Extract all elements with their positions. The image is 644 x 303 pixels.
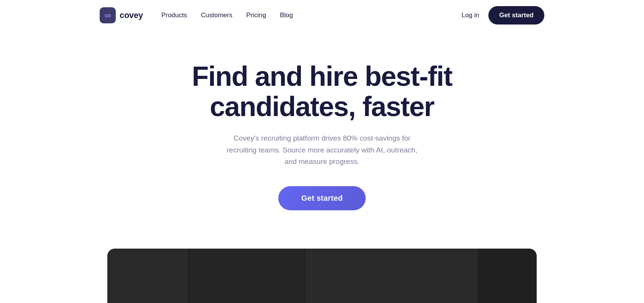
nav-right: Log in Get started — [462, 6, 544, 25]
navbar: co covey Products Customers Pricing Blog… — [0, 0, 644, 31]
hero-cta-button[interactable]: Get started — [278, 186, 366, 210]
logo-link[interactable]: co covey — [100, 7, 143, 23]
preview-content — [107, 249, 537, 303]
hero-subtitle: Covey's recruiting platform drives 80% c… — [222, 133, 422, 167]
preview-section — [0, 233, 644, 303]
logo-icon: co — [100, 7, 116, 23]
nav-link-products[interactable]: Products — [161, 11, 187, 19]
hero-title: Find and hire best-fit candidates, faste… — [192, 61, 452, 122]
hero-section: Find and hire best-fit candidates, faste… — [0, 31, 644, 233]
nav-item-pricing[interactable]: Pricing — [246, 11, 266, 19]
nav-item-customers[interactable]: Customers — [201, 11, 232, 19]
nav-link-pricing[interactable]: Pricing — [246, 11, 266, 19]
nav-link-customers[interactable]: Customers — [201, 11, 232, 19]
hero-title-line2: candidates, faster — [210, 91, 434, 122]
nav-item-products[interactable]: Products — [161, 11, 187, 19]
nav-links: Products Customers Pricing Blog — [161, 11, 293, 19]
logo-name: covey — [120, 10, 143, 20]
login-button[interactable]: Log in — [462, 11, 479, 19]
nav-left: co covey Products Customers Pricing Blog — [100, 7, 293, 23]
nav-item-blog[interactable]: Blog — [280, 11, 293, 19]
app-preview-box — [107, 249, 537, 303]
get-started-nav-button[interactable]: Get started — [488, 6, 544, 25]
hero-title-line1: Find and hire best-fit — [192, 61, 452, 92]
nav-link-blog[interactable]: Blog — [280, 11, 293, 19]
